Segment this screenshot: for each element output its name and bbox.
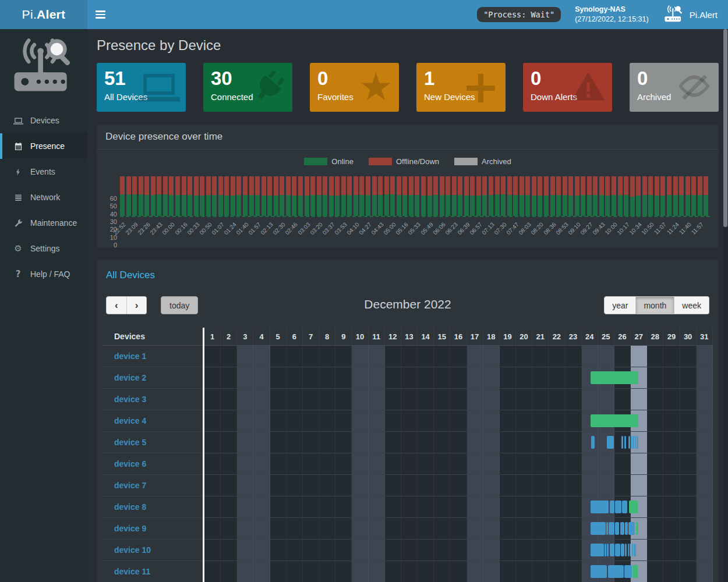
calendar-day-cell [434, 561, 450, 582]
calendar-day-cell [516, 367, 532, 388]
calendar-day-cell [287, 389, 303, 410]
presence-session-bar-blue[interactable] [621, 436, 623, 449]
sidebar-item-network[interactable]: Network [0, 184, 87, 210]
navbar-brand-label: Pi.Alert [690, 10, 718, 20]
calendar-day-cell [680, 453, 697, 474]
device-link[interactable]: device 4 [114, 416, 146, 425]
navbar-brand-right[interactable]: Pi.Alert [663, 5, 718, 25]
presence-session-bar-blue[interactable] [628, 522, 635, 535]
presence-session-bar-blue[interactable] [606, 522, 608, 535]
presence-session-bar-blue[interactable] [635, 436, 636, 449]
presence-session-bar-blue[interactable] [615, 501, 621, 513]
calendar-day-cell [663, 410, 680, 431]
presence-session-bar-green[interactable] [591, 371, 638, 384]
calendar-day-cell [385, 518, 401, 539]
presence-session-bar-blue[interactable] [620, 522, 624, 535]
presence-bar [157, 176, 161, 216]
calendar-day-cell [532, 389, 549, 410]
device-link[interactable]: device 6 [114, 459, 146, 469]
presence-chart-panel: Device presence over time OnlineOffline/… [97, 125, 719, 247]
calendar-day-cell [270, 453, 287, 474]
presence-session-bar-blue[interactable] [610, 544, 614, 556]
calendar-view-year-button[interactable]: year [604, 296, 636, 314]
presence-session-bar-blue[interactable] [608, 565, 624, 578]
presence-session-bar-green[interactable] [636, 522, 638, 535]
calendar-day-cell [335, 367, 352, 388]
brand-logo[interactable]: Pi.Alert [0, 0, 87, 29]
presence-session-bar-blue[interactable] [609, 522, 614, 535]
presence-session-bar-blue[interactable] [632, 436, 634, 449]
summary-box-all-devices[interactable]: 51All Devices [97, 63, 186, 112]
day-header-29: 29 [663, 328, 680, 345]
sidebar-item-presence[interactable]: Presence [0, 133, 87, 159]
sidebar-item-devices[interactable]: Devices [0, 108, 87, 133]
presence-session-bar-green[interactable] [629, 501, 638, 513]
sidebar-toggle-button[interactable] [87, 0, 114, 29]
device-link[interactable]: device 5 [114, 438, 146, 447]
presence-session-bar-blue[interactable] [591, 522, 605, 535]
main-content: Presence by Device 51All Devices30Connec… [87, 29, 728, 582]
presence-session-bar-blue[interactable] [630, 544, 631, 556]
page-title: Presence by Device [97, 37, 719, 54]
sidebar-item-help-faq[interactable]: ?Help / FAQ [0, 261, 87, 287]
presence-session-bar-blue[interactable] [591, 501, 609, 513]
presence-session-bar-green[interactable] [591, 414, 638, 427]
presence-session-bar-blue[interactable] [605, 544, 606, 556]
calendar-day-cell [221, 432, 237, 453]
presence-session-bar-blue[interactable] [615, 522, 619, 535]
summary-box-archived[interactable]: 0Archived [630, 63, 719, 112]
presence-session-bar-blue[interactable] [625, 522, 627, 535]
presence-session-bar-blue[interactable] [637, 436, 638, 449]
device-link[interactable]: device 8 [114, 502, 146, 512]
device-link[interactable]: device 2 [114, 373, 146, 382]
presence-session-bar-blue[interactable] [631, 436, 632, 449]
presence-bar [587, 176, 592, 216]
presence-bar [464, 176, 469, 216]
presence-session-bar-blue[interactable] [628, 544, 629, 556]
device-link[interactable]: device 11 [114, 567, 150, 576]
calendar-view-week-button[interactable]: week [674, 296, 709, 314]
calendar-day-cell [582, 453, 598, 474]
device-link[interactable]: device 10 [114, 545, 151, 555]
presence-session-bar-blue[interactable] [615, 544, 620, 556]
presence-session-bar-blue[interactable] [621, 544, 624, 556]
calendar-view-month-button[interactable]: month [636, 296, 674, 314]
summary-box-favorites[interactable]: 0Favorites★ [310, 63, 399, 112]
presence-session-bar-blue[interactable] [607, 544, 609, 556]
presence-session-bar-blue[interactable] [622, 501, 627, 513]
presence-session-bar-blue[interactable] [624, 436, 626, 449]
scrollbar-thumb[interactable] [723, 29, 727, 227]
page-scrollbar[interactable] [723, 29, 727, 582]
summary-box-new-devices[interactable]: 1New Devices+ [416, 63, 506, 112]
presence-session-bar-blue[interactable] [591, 544, 604, 556]
sidebar-item-settings[interactable]: ⚙Settings [0, 236, 87, 261]
presence-session-bar-blue[interactable] [591, 565, 607, 578]
calendar-day-cell [287, 540, 303, 560]
device-link[interactable]: device 7 [114, 481, 146, 490]
calendar-day-cell [647, 540, 663, 560]
calendar-day-cell [319, 410, 335, 431]
calendar-day-cell [369, 496, 385, 517]
presence-bar [673, 176, 678, 216]
summary-box-connected[interactable]: 30Connected [203, 63, 292, 112]
day-header-11: 11 [369, 328, 385, 345]
sidebar-item-events[interactable]: Events [0, 159, 87, 184]
presence-session-bar-blue[interactable] [625, 544, 627, 556]
presence-session-bar-blue[interactable] [624, 565, 632, 578]
calendar-day-cell [450, 475, 467, 496]
presence-session-bar-blue[interactable] [610, 501, 614, 513]
presence-session-bar-green[interactable] [632, 565, 638, 578]
presence-session-bar-blue[interactable] [628, 436, 630, 449]
device-link[interactable]: device 3 [114, 395, 146, 404]
presence-session-bar-blue[interactable] [591, 436, 595, 449]
sidebar-item-maintenance[interactable]: Maintenance [0, 210, 87, 236]
calendar-day-cell [532, 561, 549, 582]
presence-session-bar-blue[interactable] [632, 544, 633, 556]
summary-box-down-alerts[interactable]: 0Down Alerts [523, 63, 612, 112]
device-link[interactable]: device 1 [114, 352, 146, 361]
presence-session-bar-blue[interactable] [634, 544, 636, 556]
presence-bar [378, 176, 383, 216]
presence-session-bar-blue[interactable] [607, 436, 613, 449]
device-link[interactable]: device 9 [114, 524, 146, 533]
calendar-day-cell [352, 475, 368, 496]
